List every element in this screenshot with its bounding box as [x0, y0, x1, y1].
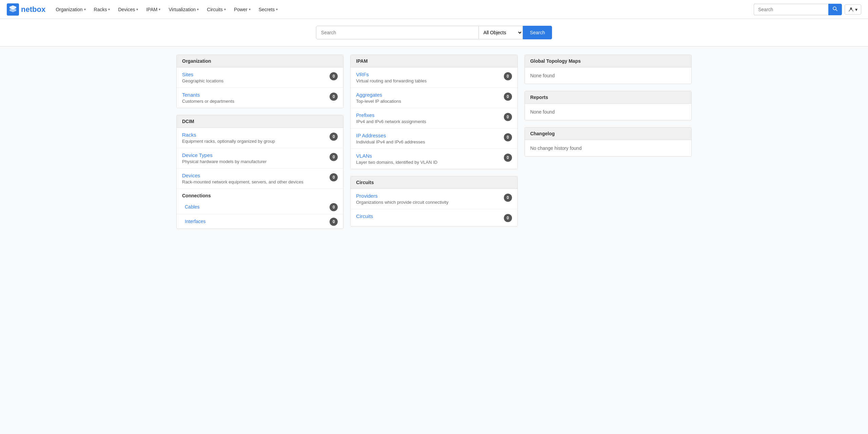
list-item: Device Types Physical hardware models by…	[177, 148, 343, 169]
cables-link[interactable]: Cables	[185, 204, 200, 210]
global-topology-card: Global Topology Maps None found	[525, 55, 692, 84]
content-area: Organization Sites Geographic locations …	[170, 46, 698, 237]
cables-badge: 0	[330, 203, 338, 211]
chevron-down-icon: ▾	[249, 7, 251, 11]
device-types-desc: Physical hardware models by manufacturer	[182, 159, 267, 164]
user-icon	[848, 7, 854, 12]
right-column: Global Topology Maps None found Reports …	[525, 55, 692, 229]
circuits-header: Circuits	[351, 176, 517, 189]
nav-organization[interactable]: Organization ▾	[52, 0, 89, 19]
circuits-body: Providers Organizations which provide ci…	[351, 189, 517, 226]
sites-desc: Geographic locations	[182, 78, 223, 83]
chevron-down-icon: ▾	[84, 7, 86, 11]
nav-racks[interactable]: Racks ▾	[91, 0, 114, 19]
list-item: Sites Geographic locations 0	[177, 67, 343, 88]
dcim-header: DCIM	[177, 115, 343, 128]
devices-badge: 0	[330, 173, 338, 181]
organization-body: Sites Geographic locations 0 Tenants Cus…	[177, 67, 343, 108]
ipam-header: IPAM	[351, 55, 517, 67]
prefixes-badge: 0	[504, 113, 512, 121]
tenants-desc: Customers or departments	[182, 99, 234, 104]
netbox-logo-icon	[7, 3, 19, 16]
chevron-down-icon: ▾	[136, 7, 138, 11]
chevron-down-icon: ▾	[159, 7, 160, 11]
changelog-card: Changelog No change history found	[525, 127, 692, 157]
nav-virtualization[interactable]: Virtualization ▾	[165, 0, 202, 19]
vrfs-desc: Virtual routing and forwarding tables	[356, 78, 427, 83]
vlans-badge: 0	[504, 154, 512, 162]
navbar-search-input[interactable]	[754, 4, 828, 15]
main-search-input[interactable]	[316, 26, 479, 39]
nav-power[interactable]: Power ▾	[231, 0, 254, 19]
racks-desc: Equipment racks, optionally organized by…	[182, 139, 275, 144]
nav-circuits[interactable]: Circuits ▾	[203, 0, 229, 19]
circuits-card: Circuits Providers Organizations which p…	[350, 176, 517, 226]
navbar: netbox Organization ▾ Racks ▾ Devices ▾ …	[0, 0, 868, 19]
navbar-search	[754, 4, 842, 15]
interfaces-link[interactable]: Interfaces	[185, 219, 205, 224]
providers-badge: 0	[504, 194, 512, 202]
chevron-down-icon: ▾	[276, 7, 278, 11]
circuits-badge: 0	[504, 214, 512, 222]
brand-name: netbox	[21, 5, 45, 14]
reports-body: None found	[525, 104, 691, 120]
prefixes-link[interactable]: Prefixes	[356, 112, 501, 118]
changelog-header: Changelog	[525, 127, 691, 140]
device-types-badge: 0	[330, 153, 338, 161]
reports-header: Reports	[525, 91, 691, 104]
chevron-down-icon: ▾	[108, 7, 110, 11]
chevron-down-icon: ▾	[855, 7, 857, 12]
object-type-select[interactable]: All Objects	[479, 26, 523, 39]
aggregates-badge: 0	[504, 93, 512, 101]
ip-addresses-badge: 0	[504, 133, 512, 141]
devices-link[interactable]: Devices	[182, 173, 327, 178]
sites-link[interactable]: Sites	[182, 72, 327, 77]
left-column: Organization Sites Geographic locations …	[176, 55, 343, 229]
global-topology-header: Global Topology Maps	[525, 55, 691, 67]
list-item: Racks Equipment racks, optionally organi…	[177, 128, 343, 148]
racks-badge: 0	[330, 133, 338, 141]
nav-ipam[interactable]: IPAM ▾	[143, 0, 164, 19]
list-item: Interfaces 0	[177, 214, 343, 229]
global-topology-body: None found	[525, 67, 691, 84]
reports-card: Reports None found	[525, 91, 692, 120]
devices-desc: Rack-mounted network equipment, servers,…	[182, 179, 303, 184]
main-search-area: All Objects Search	[0, 19, 868, 46]
main-search-button[interactable]: Search	[523, 26, 552, 39]
vlans-desc: Layer two domains, identified by VLAN ID	[356, 160, 437, 165]
search-icon	[833, 6, 837, 11]
user-menu-button[interactable]: ▾	[845, 4, 861, 15]
brand-logo[interactable]: netbox	[7, 3, 45, 16]
list-item: Tenants Customers or departments 0	[177, 88, 343, 108]
dcim-body: Racks Equipment racks, optionally organi…	[177, 128, 343, 229]
list-item: VLANs Layer two domains, identified by V…	[351, 149, 517, 169]
dcim-card: DCIM Racks Equipment racks, optionally o…	[176, 115, 343, 229]
nav-secrets[interactable]: Secrets ▾	[255, 0, 281, 19]
chevron-down-icon: ▾	[197, 7, 199, 11]
navbar-right: ▾	[754, 4, 861, 15]
chevron-down-icon: ▾	[224, 7, 226, 11]
device-types-link[interactable]: Device Types	[182, 152, 327, 158]
ip-addresses-link[interactable]: IP Addresses	[356, 133, 501, 138]
svg-line-2	[836, 9, 837, 11]
list-item: Cables 0	[177, 200, 343, 214]
sites-badge: 0	[330, 72, 338, 80]
tenants-link[interactable]: Tenants	[182, 92, 327, 98]
vrfs-link[interactable]: VRFs	[356, 72, 501, 77]
providers-link[interactable]: Providers	[356, 193, 501, 199]
aggregates-link[interactable]: Aggregates	[356, 92, 501, 98]
list-item: Prefixes IPv4 and IPv6 network assignmen…	[351, 108, 517, 129]
vrfs-badge: 0	[504, 72, 512, 80]
list-item: Circuits 0	[351, 209, 517, 226]
organization-header: Organization	[177, 55, 343, 67]
interfaces-badge: 0	[330, 218, 338, 226]
connections-header: Connections	[177, 189, 343, 200]
ip-addresses-desc: Individual IPv4 and IPv6 addresses	[356, 139, 425, 144]
navbar-search-button[interactable]	[828, 4, 842, 15]
nav-devices[interactable]: Devices ▾	[115, 0, 141, 19]
racks-link[interactable]: Racks	[182, 132, 327, 138]
circuits-link[interactable]: Circuits	[356, 213, 501, 219]
ipam-body: VRFs Virtual routing and forwarding tabl…	[351, 67, 517, 169]
organization-card: Organization Sites Geographic locations …	[176, 55, 343, 108]
vlans-link[interactable]: VLANs	[356, 153, 501, 159]
